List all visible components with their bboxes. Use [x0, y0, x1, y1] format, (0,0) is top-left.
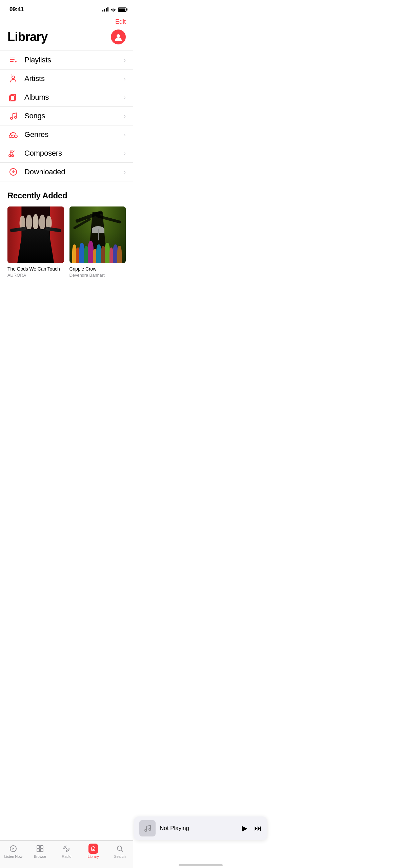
chevron-right-icon: ›	[124, 113, 126, 120]
chevron-right-icon: ›	[124, 169, 126, 176]
chevron-right-icon: ›	[124, 57, 126, 64]
downloaded-icon	[7, 167, 19, 176]
page-title: Library	[7, 30, 48, 44]
genres-icon	[7, 130, 19, 139]
signal-bars-icon	[102, 7, 108, 12]
chevron-right-icon: ›	[124, 75, 126, 82]
menu-item-downloaded[interactable]: Downloaded ›	[0, 163, 133, 181]
chevron-right-icon: ›	[124, 150, 126, 157]
library-menu: Playlists › Artists › Albums ›	[0, 51, 133, 181]
playlists-label: Playlists	[24, 56, 118, 64]
album-title-gods: The Gods We Can Touch	[7, 266, 64, 272]
chevron-right-icon: ›	[124, 94, 126, 101]
album-title-crow: Cripple Crow	[69, 266, 126, 272]
svg-point-9	[11, 117, 13, 119]
album-card-crow[interactable]: Cripple Crow Devendra Banhart	[69, 206, 126, 278]
page-header: Library	[0, 28, 133, 51]
svg-point-4	[12, 76, 15, 79]
artists-label: Artists	[24, 74, 118, 83]
menu-item-playlists[interactable]: Playlists ›	[0, 51, 133, 70]
recently-added-title: Recently Added	[7, 191, 126, 200]
status-time: 09:41	[9, 6, 24, 13]
album-artist-crow: Devendra Banhart	[69, 273, 126, 278]
album-grid: The Gods We Can Touch AURORA	[7, 206, 126, 278]
songs-icon	[7, 112, 19, 120]
edit-button[interactable]: Edit	[115, 18, 126, 25]
songs-label: Songs	[24, 112, 118, 120]
menu-item-artists[interactable]: Artists ›	[0, 70, 133, 88]
albums-label: Albums	[24, 93, 118, 102]
chevron-right-icon: ›	[124, 131, 126, 138]
album-card-gods[interactable]: The Gods We Can Touch AURORA	[7, 206, 64, 278]
artists-icon	[7, 74, 19, 83]
menu-item-composers[interactable]: Composers ›	[0, 144, 133, 163]
edit-button-container: Edit	[0, 17, 133, 28]
svg-point-10	[15, 116, 17, 118]
menu-item-songs[interactable]: Songs ›	[0, 107, 133, 125]
wifi-icon	[111, 7, 116, 12]
svg-point-12	[12, 135, 15, 138]
composers-icon	[7, 149, 19, 158]
recently-added-section: Recently Added	[0, 181, 133, 283]
profile-avatar[interactable]	[111, 29, 126, 44]
menu-item-albums[interactable]: Albums ›	[0, 88, 133, 107]
svg-point-13	[15, 135, 17, 138]
svg-point-0	[117, 34, 120, 38]
status-icons	[102, 7, 126, 12]
battery-icon	[118, 7, 126, 12]
genres-label: Genres	[24, 130, 118, 139]
album-art-gods	[7, 206, 64, 263]
svg-point-11	[9, 135, 12, 138]
composers-label: Composers	[24, 149, 118, 158]
playlist-icon	[7, 56, 19, 64]
album-art-crow	[69, 206, 126, 263]
status-bar: 09:41	[0, 0, 133, 17]
albums-icon	[7, 93, 19, 102]
album-artist-gods: AURORA	[7, 273, 64, 278]
downloaded-label: Downloaded	[24, 167, 118, 176]
avatar-icon	[114, 33, 123, 41]
menu-item-genres[interactable]: Genres ›	[0, 125, 133, 144]
